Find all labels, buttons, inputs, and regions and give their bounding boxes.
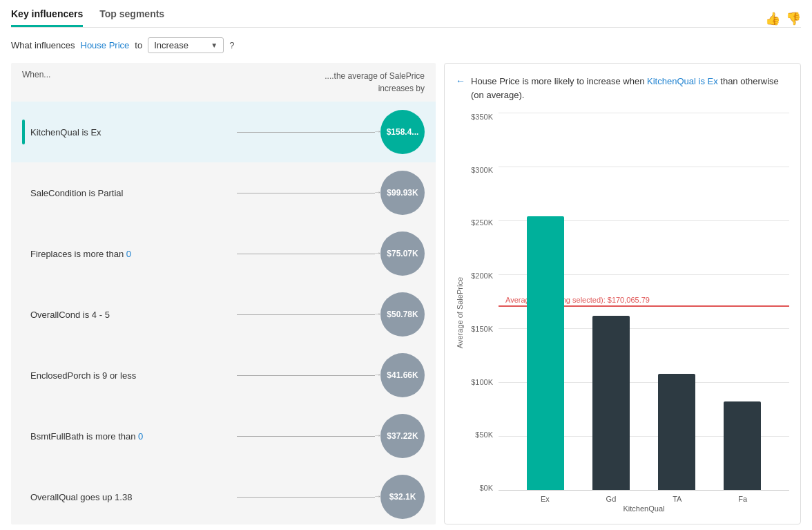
influencer-label-overallqual: OverallQual goes up 1.38 — [30, 492, 231, 502]
influencer-line-kitchenqual — [237, 132, 375, 133]
influencer-item-enclosedporch[interactable]: EnclosedPorch is 9 or less $41.66K — [11, 345, 436, 406]
bar-group-ta — [658, 374, 695, 490]
panel-header-right: ....the average of SalePrice increases b… — [325, 70, 425, 95]
main-content: When... ....the average of SalePrice inc… — [11, 63, 801, 524]
thumbs-down-icon[interactable]: 👎 — [786, 11, 801, 26]
influencer-label-bsmtfullbath: BsmtFullBath is more than 0 — [30, 431, 231, 442]
y-tick-0k: $0K — [479, 484, 493, 492]
y-axis: $350K $300K $250K $200K $150K $100K $50K… — [467, 113, 499, 513]
bar-fa[interactable] — [724, 401, 761, 490]
dropdown-value: Increase — [154, 40, 188, 50]
influencer-bubble-overallqual: $32.1K — [380, 475, 425, 519]
influencer-label-salecondition: SaleCondition is Partial — [30, 188, 231, 198]
influencer-item-overallcond[interactable]: OverallCond is 4 - 5 $50.78K — [11, 284, 436, 345]
influencer-item-overallqual[interactable]: OverallQual goes up 1.38 $32.1K — [11, 466, 436, 524]
y-axis-label-container: Average of SalePrice — [456, 113, 467, 513]
panel-header: When... ....the average of SalePrice inc… — [11, 70, 436, 102]
y-tick-100k: $100K — [471, 378, 493, 386]
y-tick-50k: $50K — [475, 430, 493, 439]
panel-header-left: When... — [22, 70, 50, 95]
influencer-line-salecondition — [237, 193, 375, 193]
influencer-bubble-salecondition: $99.93K — [380, 171, 425, 215]
x-axis-title: KitchenQual — [499, 504, 789, 513]
tabs-row: Key influencers Top segments 👍 👎 — [11, 8, 801, 28]
x-label-ex: Ex — [541, 495, 550, 503]
chart-area: Average of SalePrice $350K $300K $250K $… — [456, 113, 789, 513]
left-panel: When... ....the average of SalePrice inc… — [11, 63, 436, 524]
influencer-label-fireplaces: Fireplaces is more than 0 — [30, 249, 231, 259]
y-tick-300k: $300K — [471, 166, 493, 174]
influencer-item-fireplaces[interactable]: Fireplaces is more than 0 $75.07K — [11, 223, 436, 284]
influencer-bubble-kitchenqual: $158.4... — [380, 110, 425, 154]
influencer-line-enclosedporch — [237, 375, 375, 376]
question-row: What influences House Price to Increase … — [11, 37, 801, 53]
tab-top-segments[interactable]: Top segments — [99, 8, 164, 27]
y-tick-150k: $150K — [471, 325, 493, 333]
influencer-bubble-fireplaces: $75.07K — [380, 231, 425, 276]
y-tick-200k: $200K — [471, 272, 493, 280]
influencer-line-overallcond — [237, 314, 375, 315]
x-label-fa: Fa — [738, 495, 747, 503]
chart-main: Average (excluding selected): $170,065.7… — [499, 113, 789, 513]
influencer-line-overallqual — [237, 497, 375, 498]
bar-ex[interactable] — [527, 216, 564, 490]
question-middle: to — [135, 40, 142, 50]
chart-grid-bars: Average (excluding selected): $170,065.7… — [499, 113, 789, 491]
x-axis: Ex Gd TA Fa — [499, 491, 789, 503]
help-icon[interactable]: ? — [229, 40, 234, 50]
influencer-label-overallcond: OverallCond is 4 - 5 — [30, 310, 231, 320]
bar-group-gd — [592, 316, 630, 490]
y-tick-250k: $250K — [471, 218, 493, 227]
chart-body: Average of SalePrice $350K $300K $250K $… — [456, 113, 789, 513]
y-axis-label: Average of SalePrice — [456, 277, 464, 348]
influencer-label-kitchenqual: KitchenQual is Ex — [30, 127, 231, 138]
influencer-bubble-bsmtfullbath: $37.22K — [380, 414, 425, 458]
bar-group-fa — [724, 401, 761, 490]
dropdown-arrow-icon: ▼ — [211, 41, 218, 49]
influencer-line-fireplaces — [237, 254, 375, 254]
back-arrow-icon[interactable]: ← — [456, 75, 465, 86]
y-tick-350k: $350K — [471, 113, 493, 121]
influencer-item-kitchenqual[interactable]: KitchenQual is Ex $158.4... — [11, 102, 436, 162]
influencer-item-bsmtfullbath[interactable]: BsmtFullBath is more than 0 $37.22K — [11, 406, 436, 466]
influencer-label-enclosedporch: EnclosedPorch is 9 or less — [30, 370, 231, 381]
bar-ta[interactable] — [658, 374, 695, 490]
influencer-line-bsmtfullbath — [237, 436, 375, 437]
x-label-ta: TA — [673, 495, 682, 503]
question-highlight: House Price — [81, 40, 130, 50]
chart-title: House Price is more likely to increase w… — [471, 75, 789, 102]
influencer-item-salecondition[interactable]: SaleCondition is Partial $99.93K — [11, 162, 436, 223]
influencer-bubble-overallcond: $50.78K — [380, 292, 425, 337]
influence-dropdown[interactable]: Increase ▼ — [148, 37, 224, 53]
x-label-gd: Gd — [606, 495, 617, 503]
bar-group-ex — [527, 216, 564, 490]
influencer-bubble-enclosedporch: $41.66K — [380, 353, 425, 397]
header-icons: 👍 👎 — [765, 11, 801, 26]
bars-container — [499, 113, 789, 490]
bar-gd[interactable] — [592, 316, 630, 490]
thumbs-up-icon[interactable]: 👍 — [765, 11, 780, 26]
question-prefix: What influences — [11, 40, 75, 50]
tab-key-influencers[interactable]: Key influencers — [11, 8, 83, 27]
selected-indicator — [22, 120, 25, 144]
right-panel: ← House Price is more likely to increase… — [444, 63, 801, 524]
chart-header: ← House Price is more likely to increase… — [456, 75, 789, 102]
